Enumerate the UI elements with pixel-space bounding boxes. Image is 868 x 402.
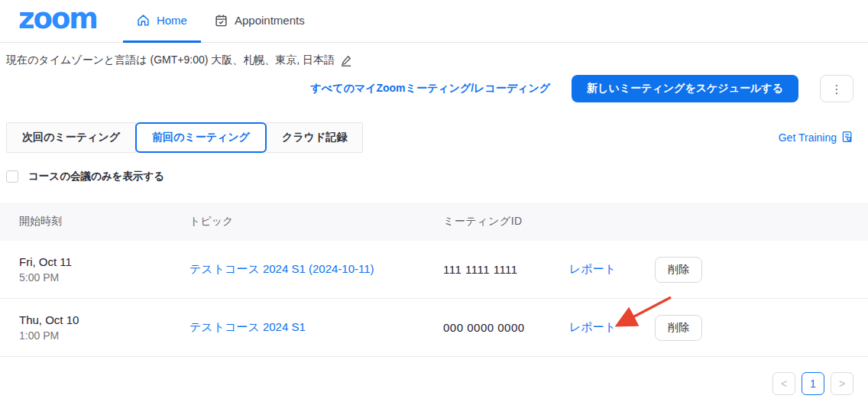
- tab-previous-meetings[interactable]: 前回のミーティング: [135, 122, 267, 153]
- meeting-topic-link[interactable]: テストコース 2024 S1 (2024-10-11): [189, 262, 374, 275]
- filter-row: コースの会議のみを表示する: [6, 170, 862, 183]
- pencil-icon[interactable]: [341, 55, 351, 66]
- pagination-page-1-button[interactable]: 1: [802, 372, 824, 395]
- topic-cell: テストコース 2024 S1: [189, 320, 443, 335]
- schedule-meeting-button[interactable]: 新しいミーティングをスケジュールする: [572, 75, 798, 102]
- tab-upcoming-meetings[interactable]: 次回のミーティング: [6, 122, 136, 153]
- all-my-zoom-meetings-link[interactable]: すべてのマイZoomミーティング/レコーディング: [311, 82, 551, 96]
- start-time-cell: Fri, Oct 11 5:00 PM: [0, 255, 189, 284]
- report-link[interactable]: レポート: [569, 262, 616, 275]
- column-header-start-time: 開始時刻: [0, 215, 189, 229]
- calendar-check-icon: [215, 14, 228, 27]
- start-time-cell: Thu, Oct 10 1:00 PM: [0, 313, 189, 342]
- table-row: Thu, Oct 10 1:00 PM テストコース 2024 S1 000 0…: [0, 299, 868, 357]
- meeting-date: Thu, Oct 10: [19, 313, 189, 326]
- pagination-next-button[interactable]: >: [831, 372, 853, 395]
- report-cell: レポート: [569, 320, 655, 335]
- timezone-text: 現在のタイムゾーンと言語は (GMT+9:00) 大阪、札幌、東京, 日本語: [6, 53, 335, 67]
- tab-cloud-recordings[interactable]: クラウド記録: [266, 122, 363, 153]
- course-meetings-only-checkbox[interactable]: [6, 170, 18, 183]
- timezone-row: 現在のタイムゾーンと言語は (GMT+9:00) 大阪、札幌、東京, 日本語: [0, 43, 868, 67]
- meeting-topic-link[interactable]: テストコース 2024 S1: [189, 320, 306, 333]
- meeting-time: 1:00 PM: [19, 329, 189, 342]
- report-cell: レポート: [569, 262, 655, 277]
- top-bar: zoom Home Appointments: [0, 0, 868, 43]
- pagination: < 1 >: [0, 357, 868, 395]
- more-options-button[interactable]: ⋮: [820, 75, 853, 102]
- meeting-id-cell: 000 0000 0000: [443, 321, 569, 334]
- pagination-prev-button[interactable]: <: [772, 372, 795, 395]
- nav-tab-home-label: Home: [157, 14, 187, 27]
- report-link[interactable]: レポート: [569, 320, 616, 333]
- top-nav: Home Appointments: [123, 0, 319, 42]
- delete-cell: 削除: [655, 315, 747, 341]
- table-header-row: 開始時刻 トピック ミーティングID: [0, 203, 868, 241]
- meeting-id-cell: 111 1111 1111: [443, 263, 569, 276]
- delete-button[interactable]: 削除: [655, 257, 702, 283]
- get-training-link[interactable]: Get Training: [779, 131, 853, 145]
- column-header-meeting-id: ミーティングID: [443, 215, 569, 229]
- table-row: Fri, Oct 11 5:00 PM テストコース 2024 S1 (2024…: [0, 241, 868, 299]
- tabs: 次回のミーティング 前回のミーティング クラウド記録: [6, 122, 363, 153]
- nav-tab-appointments[interactable]: Appointments: [201, 0, 319, 43]
- delete-cell: 削除: [655, 257, 747, 283]
- nav-tab-home[interactable]: Home: [123, 0, 201, 43]
- meeting-time: 5:00 PM: [19, 271, 189, 284]
- meeting-date: Fri, Oct 11: [19, 255, 189, 268]
- column-header-topic: トピック: [189, 215, 443, 229]
- action-row: すべてのマイZoomミーティング/レコーディング 新しいミーティングをスケジュー…: [0, 75, 868, 102]
- topic-cell: テストコース 2024 S1 (2024-10-11): [189, 262, 443, 277]
- get-training-label: Get Training: [779, 131, 837, 144]
- vertical-ellipsis-icon: ⋮: [831, 83, 843, 95]
- document-search-icon: [841, 131, 853, 145]
- course-meetings-only-label: コースの会議のみを表示する: [28, 170, 164, 183]
- meetings-tab-strip: 次回のミーティング 前回のミーティング クラウド記録 Get Training: [6, 122, 853, 153]
- zoom-lti-page: zoom Home Appointments 現在のタイムゾーンと言語は (GM…: [0, 0, 868, 402]
- zoom-logo: zoom: [18, 5, 97, 37]
- previous-meetings-table: 開始時刻 トピック ミーティングID Fri, Oct 11 5:00 PM テ…: [0, 203, 868, 357]
- nav-tab-appointments-label: Appointments: [235, 14, 305, 27]
- delete-button[interactable]: 削除: [655, 315, 702, 341]
- home-icon: [137, 14, 150, 27]
